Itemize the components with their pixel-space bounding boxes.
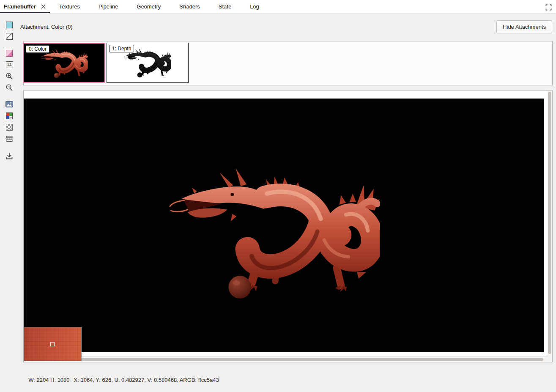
image-icon xyxy=(5,101,13,107)
fullscreen-icon xyxy=(545,4,552,11)
tab-framebuffer[interactable]: Framebuffer xyxy=(0,0,50,13)
tab-pipeline-label: Pipeline xyxy=(99,3,118,10)
attachment-thumb-color[interactable]: 0: Color xyxy=(23,43,105,83)
attachment-thumb-depth[interactable]: 1: Depth xyxy=(107,43,189,83)
checkerboard-icon xyxy=(6,124,13,131)
status-bar: W: 2204 H: 1080X: 1064, Y: 626, U: 0.482… xyxy=(25,370,219,383)
tab-geometry-label: Geometry xyxy=(137,3,161,10)
channels-icon: a xyxy=(6,112,13,119)
tab-pipeline[interactable]: Pipeline xyxy=(89,0,127,13)
color-swatch-button[interactable] xyxy=(4,19,15,30)
framebuffer-canvas[interactable] xyxy=(24,99,544,352)
pink-swatch-icon xyxy=(6,50,13,57)
flip-vertical-icon xyxy=(5,135,13,142)
status-pixel-info: X: 1064, Y: 626, U: 0.482927, V: 0.58046… xyxy=(74,377,219,383)
close-icon[interactable] xyxy=(41,4,46,9)
attachment-title: Attachment: Color (0) xyxy=(20,24,73,31)
zoom-in-icon xyxy=(5,72,13,80)
checkerboard-button[interactable] xyxy=(4,121,15,133)
status-size: W: 2204 H: 1080 xyxy=(28,377,69,383)
tab-log[interactable]: Log xyxy=(241,0,268,13)
tab-bar: Framebuffer Textures Pipeline Geometry S… xyxy=(0,0,556,14)
zoom-out-button[interactable] xyxy=(4,82,15,93)
tab-shaders[interactable]: Shaders xyxy=(170,0,209,13)
horizontal-scrollbar[interactable] xyxy=(24,356,547,362)
tab-shaders-label: Shaders xyxy=(179,3,200,10)
framebuffer-viewer xyxy=(23,90,553,362)
tab-geometry[interactable]: Geometry xyxy=(127,0,170,13)
tab-state[interactable]: State xyxy=(209,0,241,13)
diagonal-swatch-icon xyxy=(6,33,13,40)
flip-vertical-button[interactable] xyxy=(4,133,15,144)
scrollbar-corner xyxy=(547,356,552,362)
image-view-button[interactable] xyxy=(4,99,15,110)
channels-button[interactable]: a xyxy=(4,110,15,121)
save-button[interactable] xyxy=(4,150,15,162)
attachments-panel: 0: Color 1: Depth xyxy=(23,41,553,85)
attachment-label-chip: 1: Depth xyxy=(109,45,134,52)
vertical-scrollbar[interactable] xyxy=(547,90,552,356)
tab-framebuffer-label: Framebuffer xyxy=(4,3,36,10)
pink-swatch-button[interactable] xyxy=(4,47,15,59)
attachment-label-chip: 0: Color xyxy=(26,45,49,53)
vertical-scrollbar-thumb[interactable] xyxy=(548,92,551,354)
empty-swatch-button[interactable] xyxy=(4,30,15,42)
one-to-one-icon: 1:1 xyxy=(6,61,13,68)
pixel-magnifier xyxy=(24,327,82,361)
save-icon xyxy=(5,152,13,160)
viewer-toolbar: 1:1 a xyxy=(0,14,19,392)
tab-textures[interactable]: Textures xyxy=(50,0,89,13)
horizontal-scrollbar-thumb[interactable] xyxy=(25,358,543,361)
svg-text:a: a xyxy=(10,116,12,119)
tab-state-label: State xyxy=(219,3,231,10)
zoom-in-button[interactable] xyxy=(4,70,15,82)
actual-size-button[interactable]: 1:1 xyxy=(4,59,15,70)
fullscreen-button[interactable] xyxy=(544,3,553,11)
dragon-render xyxy=(169,160,380,307)
tab-textures-label: Textures xyxy=(59,3,80,10)
hide-attachments-button[interactable]: Hide Attachments xyxy=(496,20,552,33)
tab-log-label: Log xyxy=(250,3,259,10)
zoom-out-icon xyxy=(5,84,13,91)
magnifier-center-pixel xyxy=(50,342,55,346)
color-swatch-icon xyxy=(6,22,13,28)
